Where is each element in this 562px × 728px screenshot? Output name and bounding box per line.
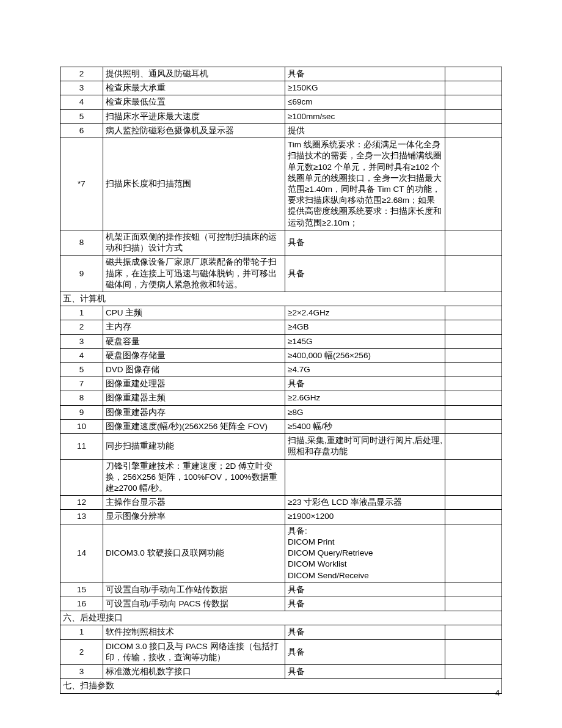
description-cell: 硬盘图像存储量 bbox=[103, 348, 285, 362]
table-row: 12主操作台显示器≥23 寸彩色 LCD 率液晶显示器 bbox=[60, 496, 502, 510]
description-cell: 病人监控防磁彩色摄像机及显示器 bbox=[103, 123, 285, 138]
value-cell: ≥1900×1200 bbox=[285, 510, 445, 524]
description-cell: DICOM3.0 软硬接口及联网功能 bbox=[103, 524, 285, 583]
table-row: 六、后处理接口 bbox=[60, 611, 502, 625]
value-cell: 具备 bbox=[285, 639, 445, 664]
table-row: 1CPU 主频≥2×2.4GHz bbox=[60, 306, 502, 320]
table-row: 5扫描床水平进床最大速度≥100mm/sec bbox=[60, 109, 502, 123]
table-row: 9磁共振成像设备厂家原厂原装配备的带轮子扫描床，在连接上可迅速与磁体脱钩，并可移… bbox=[60, 256, 502, 292]
value-cell: ≥2×2.4GHz bbox=[285, 306, 445, 320]
table-row: 五、计算机 bbox=[60, 292, 502, 306]
value-cell: 扫描,采集,重建时可同时进行阅片,后处理,照相和存盘功能 bbox=[285, 434, 445, 459]
section-title: 五、计算机 bbox=[60, 292, 502, 306]
description-cell: CPU 主频 bbox=[103, 306, 285, 320]
description-cell: 显示图像分辨率 bbox=[103, 510, 285, 524]
note-cell bbox=[445, 67, 502, 81]
table-row: 8机架正面双侧的操作按钮（可控制扫描床的运动和扫描）设计方式具备 bbox=[60, 230, 502, 255]
note-cell bbox=[445, 583, 502, 597]
description-cell: 检查床最低位置 bbox=[103, 95, 285, 109]
index-cell: 16 bbox=[60, 597, 103, 611]
table-row: 3硬盘容量≥145G bbox=[60, 334, 502, 348]
note-cell bbox=[445, 81, 502, 95]
index-cell: 10 bbox=[60, 419, 103, 433]
table-row: 7图像重建处理器具备 bbox=[60, 377, 502, 391]
index-cell: *7 bbox=[60, 138, 103, 230]
description-cell: 主操作台显示器 bbox=[103, 496, 285, 510]
table-row: 15可设置自动/手动向工作站传数据具备 bbox=[60, 583, 502, 597]
page-number: 4 bbox=[495, 688, 500, 697]
table-row: 1软件控制照相技术具备 bbox=[60, 625, 502, 639]
table-row: 4硬盘图像存储量≥400,000 幅(256×256) bbox=[60, 348, 502, 362]
table-row: 9图像重建器内存≥8G bbox=[60, 405, 502, 419]
spec-table: 2提供照明、通风及防磁耳机具备3检查床最大承重≥150KG4检查床最低位置≤69… bbox=[60, 67, 502, 694]
table-row: 七、扫描参数 bbox=[60, 679, 502, 693]
description-cell: 软件控制照相技术 bbox=[103, 625, 285, 639]
description-cell: 图像重建速度(幅/秒)(256X256 矩阵全 FOV) bbox=[103, 419, 285, 433]
value-cell: 提供 bbox=[285, 123, 445, 138]
table-row: 10图像重建速度(幅/秒)(256X256 矩阵全 FOV)≥5400 幅/秒 bbox=[60, 419, 502, 433]
index-cell: 8 bbox=[60, 391, 103, 405]
table-row: 13显示图像分辨率≥1900×1200 bbox=[60, 510, 502, 524]
index-cell: 3 bbox=[60, 334, 103, 348]
index-cell: 3 bbox=[60, 665, 103, 679]
description-cell: 图像重建器内存 bbox=[103, 405, 285, 419]
value-cell: 具备 bbox=[285, 583, 445, 597]
value-cell: 具备 bbox=[285, 230, 445, 255]
index-cell: 8 bbox=[60, 230, 103, 255]
note-cell bbox=[445, 665, 502, 679]
index-cell: 9 bbox=[60, 256, 103, 292]
index-cell: 14 bbox=[60, 524, 103, 583]
note-cell bbox=[445, 419, 502, 433]
table-row: 刀锋引擎重建技术：重建速度；2D 傅立叶变换，256X256 矩阵，100%FO… bbox=[60, 459, 502, 496]
note-cell bbox=[445, 363, 502, 377]
value-cell: Tim 线圈系统要求：必须满足一体化全身扫描技术的需要，全身一次扫描铺满线圈单元… bbox=[285, 138, 445, 230]
description-cell: 机架正面双侧的操作按钮（可控制扫描床的运动和扫描）设计方式 bbox=[103, 230, 285, 255]
description-cell: 检查床最大承重 bbox=[103, 81, 285, 95]
value-cell: ≥4.7G bbox=[285, 363, 445, 377]
note-cell bbox=[445, 639, 502, 664]
section-title: 六、后处理接口 bbox=[60, 611, 502, 625]
note-cell bbox=[445, 524, 502, 583]
index-cell: 12 bbox=[60, 496, 103, 510]
description-cell: 图像重建器主频 bbox=[103, 391, 285, 405]
note-cell bbox=[445, 230, 502, 255]
note-cell bbox=[445, 109, 502, 123]
table-row: 16可设置自动/手动向 PACS 传数据具备 bbox=[60, 597, 502, 611]
note-cell bbox=[445, 597, 502, 611]
value-cell bbox=[285, 459, 445, 496]
value-cell: ≥100mm/sec bbox=[285, 109, 445, 123]
index-cell: 15 bbox=[60, 583, 103, 597]
value-cell: 具备 bbox=[285, 625, 445, 639]
note-cell bbox=[445, 138, 502, 230]
description-cell: 图像重建处理器 bbox=[103, 377, 285, 391]
description-cell: 同步扫描重建功能 bbox=[103, 434, 285, 459]
description-cell: 主内存 bbox=[103, 320, 285, 334]
note-cell bbox=[445, 496, 502, 510]
value-cell: ≥23 寸彩色 LCD 率液晶显示器 bbox=[285, 496, 445, 510]
table-row: *7扫描床长度和扫描范围Tim 线圈系统要求：必须满足一体化全身扫描技术的需要，… bbox=[60, 138, 502, 230]
value-cell: 具备 bbox=[285, 665, 445, 679]
note-cell bbox=[445, 459, 502, 496]
description-cell: 扫描床水平进床最大速度 bbox=[103, 109, 285, 123]
value-cell: 具备 bbox=[285, 377, 445, 391]
note-cell bbox=[445, 391, 502, 405]
description-cell: 提供照明、通风及防磁耳机 bbox=[103, 67, 285, 81]
table-row: 2提供照明、通风及防磁耳机具备 bbox=[60, 67, 502, 81]
index-cell: 3 bbox=[60, 81, 103, 95]
value-cell: ≥2.6GHz bbox=[285, 391, 445, 405]
description-cell: 扫描床长度和扫描范围 bbox=[103, 138, 285, 230]
value-cell: 具备: DICOM Print DICOM Query/Retrieve DIC… bbox=[285, 524, 445, 583]
table-row: 2DICOM 3.0 接口及与 PACS 网络连接（包括打印，传输，接收，查询等… bbox=[60, 639, 502, 664]
table-row: 2主内存≥4GB bbox=[60, 320, 502, 334]
note-cell bbox=[445, 123, 502, 138]
note-cell bbox=[445, 334, 502, 348]
value-cell: ≥4GB bbox=[285, 320, 445, 334]
table-row: 8图像重建器主频≥2.6GHz bbox=[60, 391, 502, 405]
note-cell bbox=[445, 625, 502, 639]
value-cell: ≤69cm bbox=[285, 95, 445, 109]
description-cell: DICOM 3.0 接口及与 PACS 网络连接（包括打印，传输，接收，查询等功… bbox=[103, 639, 285, 664]
section-title: 七、扫描参数 bbox=[60, 679, 502, 693]
index-cell: 2 bbox=[60, 67, 103, 81]
table-row: 4检查床最低位置≤69cm bbox=[60, 95, 502, 109]
index-cell: 5 bbox=[60, 363, 103, 377]
